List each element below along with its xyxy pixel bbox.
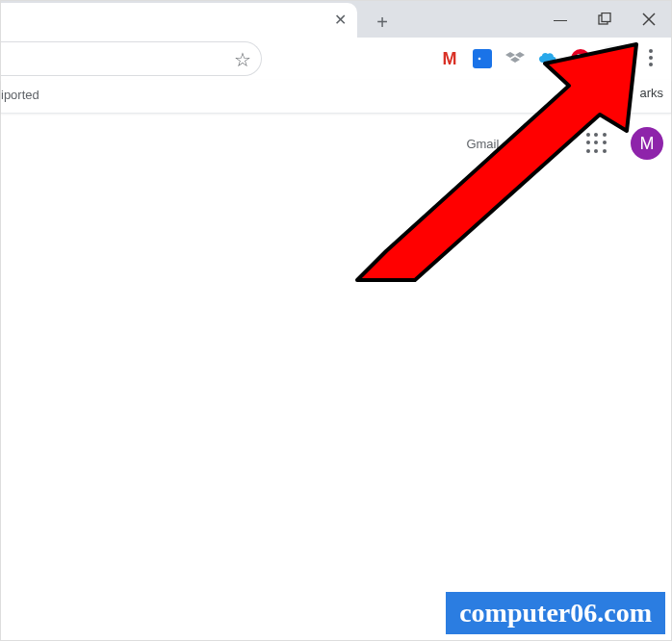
minimize-button[interactable]: — [538, 1, 582, 38]
page-header-row: Gmail Images M [466, 124, 663, 163]
extensions-row: M P ••• [271, 47, 623, 70]
cloud-icon [538, 49, 557, 68]
chrome-menu-button[interactable] [642, 49, 659, 66]
close-window-button[interactable] [627, 1, 671, 38]
tag-extension-icon[interactable] [473, 49, 492, 68]
active-tab[interactable]: ✕ [1, 3, 357, 38]
tag-icon [475, 51, 490, 66]
browser-toolbar: ☆ M P ••• [1, 38, 671, 81]
bookmark-item-left[interactable]: iported [1, 88, 39, 102]
dropbox-extension-icon[interactable] [505, 49, 525, 68]
window-controls: — [538, 1, 671, 38]
svg-rect-1 [602, 13, 610, 22]
watermark: computer06.com [446, 592, 665, 634]
close-icon [642, 13, 656, 26]
maximize-icon [598, 13, 611, 26]
pinterest-extension-icon[interactable]: P [571, 49, 590, 68]
bookmark-folder-label[interactable]: O [622, 86, 632, 100]
svg-point-4 [478, 58, 481, 61]
google-apps-button[interactable] [586, 133, 607, 154]
close-tab-button[interactable]: ✕ [332, 13, 348, 28]
dropbox-icon [505, 49, 525, 68]
account-avatar[interactable]: M [631, 127, 663, 160]
new-tab-button[interactable]: + [369, 9, 396, 36]
tab-strip: ✕ + — [1, 1, 671, 38]
gmail-link[interactable]: Gmail [466, 137, 499, 151]
address-bar[interactable]: ☆ [1, 41, 262, 76]
images-link[interactable]: Images [522, 137, 563, 151]
gmail-extension-icon[interactable]: M [440, 49, 459, 68]
folder-icon [597, 87, 614, 100]
bookmarks-bar: iported O arks [1, 80, 671, 114]
onedrive-extension-icon[interactable] [538, 49, 557, 68]
chrome-profile-button[interactable] [598, 45, 627, 74]
other-bookmarks-label[interactable]: arks [639, 86, 663, 100]
bookmark-star-icon[interactable]: ☆ [234, 48, 251, 71]
profile-icon [604, 51, 621, 68]
maximize-button[interactable] [582, 1, 627, 38]
bookmarks-right-group: O arks [597, 86, 663, 100]
